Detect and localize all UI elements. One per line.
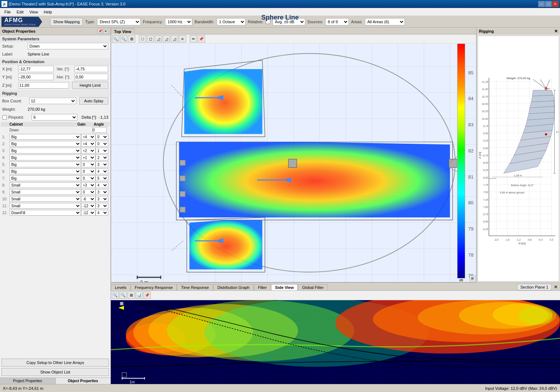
svg-text:79: 79 xyxy=(468,226,473,232)
pinpoint-select[interactable]: 6 xyxy=(32,114,77,121)
sv-zoom-fit[interactable]: ⊞ xyxy=(128,291,135,299)
angle-8-select[interactable]: 4 xyxy=(96,182,108,188)
expand-button[interactable]: ⊞ xyxy=(470,275,475,281)
z-input[interactable] xyxy=(18,82,69,89)
pin-button[interactable]: 📌 xyxy=(97,29,102,34)
cab-6-select[interactable]: Big xyxy=(9,168,81,174)
type-select[interactable]: Direct SPL (Z) xyxy=(97,18,141,25)
relative-checkbox[interactable] xyxy=(266,19,270,24)
gain-5-select[interactable]: 0 xyxy=(81,162,96,167)
ver-input[interactable] xyxy=(74,66,108,72)
down-gain[interactable] xyxy=(92,127,107,133)
distribution-graph-tab[interactable]: Distribution Graph xyxy=(213,284,254,290)
sv-chart[interactable]: 📊 xyxy=(136,291,143,299)
show-mapping-button[interactable]: Show Mapping xyxy=(50,18,83,26)
levels-tab[interactable]: Levels xyxy=(111,284,130,290)
angle-1-select[interactable]: 0 xyxy=(96,134,108,140)
tool-2[interactable]: ◻ xyxy=(147,35,154,42)
angle-3-select[interactable]: 1 xyxy=(96,148,108,154)
angle-6-select[interactable]: 4 xyxy=(96,168,108,174)
cab-10-select[interactable]: Small xyxy=(9,196,81,202)
auto-splay-button[interactable]: Auto Splay xyxy=(79,97,108,105)
y-input[interactable] xyxy=(18,74,54,80)
gain-3-select[interactable]: +2 xyxy=(81,148,96,154)
zoom-fit-button[interactable]: ⊞ xyxy=(128,35,135,42)
angle-12-select[interactable]: 4 xyxy=(96,210,108,216)
cab-2-select[interactable]: Big xyxy=(9,141,81,147)
angle-7-select[interactable]: 5 xyxy=(96,175,108,181)
sv-pin[interactable]: 📌 xyxy=(144,291,151,299)
angle-9-select[interactable]: 3 xyxy=(96,189,108,195)
tool-3[interactable]: ◿ xyxy=(155,35,162,42)
top-view-tab[interactable]: Top View xyxy=(111,28,134,34)
side-view-tab[interactable]: Side View xyxy=(271,284,298,290)
sources-select[interactable]: 8 of 9 xyxy=(325,18,349,25)
tool-1[interactable]: □ xyxy=(139,35,146,42)
gain-8-select[interactable]: +3 xyxy=(81,182,96,188)
delta-value: -1,13 xyxy=(99,115,108,119)
cab-4-select[interactable]: Big xyxy=(9,155,81,160)
svg-rect-36 xyxy=(180,207,185,212)
angle-5-select[interactable]: 3 xyxy=(96,162,108,167)
menu-view[interactable]: View xyxy=(27,9,41,15)
tool-6[interactable]: ≡ xyxy=(179,35,186,42)
angle-4-select[interactable]: 2 xyxy=(96,155,108,160)
panel-close-button[interactable]: ✕ xyxy=(103,29,108,34)
gain-7-select[interactable]: 0 xyxy=(81,175,96,181)
rigging-close-button[interactable]: ✕ xyxy=(554,29,558,34)
filter-tab[interactable]: Filter xyxy=(254,284,271,290)
pinpoint-checkbox[interactable] xyxy=(2,115,7,120)
gain-11-select[interactable]: -12 xyxy=(81,203,96,209)
close-button[interactable]: ✕ xyxy=(552,1,559,7)
menu-edit[interactable]: Edit xyxy=(14,9,27,15)
height-limit-button[interactable]: Height Limit xyxy=(72,82,108,89)
hor-input[interactable] xyxy=(74,74,108,80)
zoom-out-button[interactable]: 🔍 xyxy=(120,35,127,42)
frequency-select[interactable]: 1000 Hz xyxy=(165,18,192,25)
cab-9-select[interactable]: Small xyxy=(9,189,81,195)
project-properties-tab[interactable]: Project Properties xyxy=(0,378,56,384)
frequency-response-tab[interactable]: Frequency Response xyxy=(131,284,177,290)
gain-10-select[interactable]: -6 xyxy=(81,196,96,202)
gain-9-select[interactable]: 0 xyxy=(81,189,96,195)
gain-4-select[interactable]: +1 xyxy=(81,155,96,160)
ver-part: Ver. [°]: xyxy=(57,66,108,72)
bottom-panel-close[interactable]: ✕ xyxy=(552,283,560,290)
tool-5[interactable]: ◿ xyxy=(171,35,178,42)
global-filter-tab[interactable]: Global Filter xyxy=(298,284,327,290)
copy-setup-button[interactable]: Copy Setup to Other Line Arrays xyxy=(1,359,109,367)
show-object-list-button[interactable]: Show Object List xyxy=(1,368,109,376)
cab-11-select[interactable]: Small xyxy=(9,203,81,209)
cab-5-select[interactable]: Big xyxy=(9,162,81,167)
angle-11-select[interactable]: 3 xyxy=(96,203,108,209)
maximize-button[interactable]: □ xyxy=(545,1,552,7)
sv-zoom-out[interactable]: 🔍 xyxy=(120,291,127,299)
bandwidth-select[interactable]: 1 Octave xyxy=(217,18,246,25)
time-response-tab[interactable]: Time Response xyxy=(177,284,213,290)
minimize-button[interactable]: ─ xyxy=(538,1,545,7)
tool-4[interactable]: ◿ xyxy=(163,35,170,42)
box-count-select[interactable]: 12 xyxy=(29,98,76,104)
menu-file[interactable]: File xyxy=(1,9,14,15)
cab-7-select[interactable]: Big xyxy=(9,175,81,181)
zoom-in-button[interactable]: 🔍 xyxy=(112,35,119,42)
areas-select[interactable]: All Areas (6) xyxy=(365,18,405,25)
gain-6-select[interactable]: 0 xyxy=(81,168,96,174)
pencil-tool[interactable]: ✏ xyxy=(190,35,197,42)
gain-12-select[interactable]: -12 xyxy=(81,210,96,216)
x-input[interactable] xyxy=(18,66,54,72)
cab-3-select[interactable]: Big xyxy=(9,148,81,154)
cab-1-select[interactable]: Big xyxy=(9,134,81,140)
cab-8-select[interactable]: Small xyxy=(9,182,81,188)
menu-help[interactable]: Help xyxy=(41,9,55,15)
angle-10-select[interactable]: 3 xyxy=(96,196,108,202)
gain-1-select[interactable]: +4 xyxy=(81,134,96,140)
cab-12-select[interactable]: DownFill xyxy=(9,210,81,216)
sv-zoom-in[interactable]: 🔍 xyxy=(112,291,119,299)
angle-2-select[interactable]: 0 xyxy=(96,141,108,147)
relative-select[interactable]: Avg. ±6 dB xyxy=(273,18,305,25)
setup-select[interactable]: Down xyxy=(28,43,108,49)
gain-2-select[interactable]: +4 xyxy=(81,141,96,147)
pin-tool[interactable]: 📌 xyxy=(198,35,205,42)
object-properties-tab[interactable]: Object Properties xyxy=(56,378,111,384)
